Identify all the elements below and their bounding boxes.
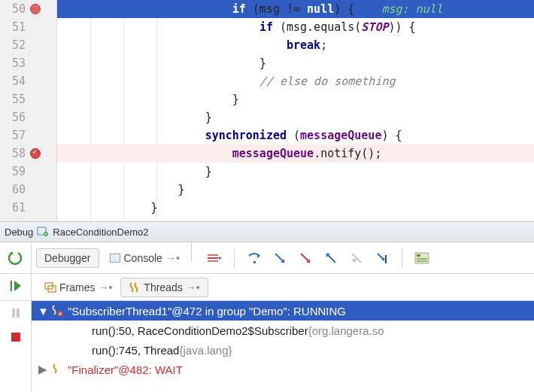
svg-rect-17 [12, 308, 15, 318]
drop-frame-button[interactable] [347, 249, 366, 267]
token-sym: ) { [334, 2, 381, 16]
code-line[interactable]: // else do something [57, 72, 534, 90]
gutter-row[interactable]: 54 [0, 72, 56, 90]
svg-rect-13 [417, 260, 427, 262]
token-sym: ; [320, 38, 327, 52]
code-line[interactable]: synchronized (messageQueue) { [57, 126, 534, 144]
pause-button[interactable] [7, 304, 25, 322]
stop-button[interactable] [7, 328, 25, 346]
step-over-button[interactable] [245, 249, 263, 267]
svg-rect-19 [11, 333, 20, 342]
thread-tree[interactable]: ▼ "SubscriberThread1"@472 in group "Demo… [32, 301, 534, 392]
resume-button[interactable] [7, 277, 25, 295]
threads-icon [129, 282, 141, 293]
debug-toolwindow-title: Debug RaceConditionDemo2 [0, 221, 534, 242]
code-area[interactable]: if (msg != null) { msg: null if (msg.equ… [57, 0, 534, 221]
line-number: 55 [5, 93, 26, 106]
step-into-button[interactable] [271, 249, 289, 267]
token-sym: } [232, 93, 239, 106]
tab-console[interactable]: Console →• [101, 248, 188, 268]
token-sym: (msg != [246, 2, 307, 16]
tab-console-label: Console [124, 252, 162, 264]
line-number: 53 [5, 56, 26, 70]
code-line[interactable]: } [57, 54, 534, 72]
token-comment: // else do something [259, 74, 396, 88]
show-execution-point-button[interactable] [205, 249, 223, 267]
gutter-row[interactable]: 50 [0, 0, 56, 18]
code-line[interactable]: messageQueue.notify(); [57, 144, 534, 163]
gutter-row[interactable]: 51 [0, 18, 56, 36]
step-actions [195, 242, 431, 273]
stack-frame[interactable]: run():745, Thread {java.lang} [32, 340, 534, 360]
svg-rect-7 [253, 261, 256, 263]
code-line[interactable]: } [57, 90, 534, 108]
breakpoint-icon[interactable] [30, 4, 41, 14]
breakpoint-icon[interactable] [30, 148, 41, 159]
tab-frames-label: Frames [59, 281, 95, 293]
token-ident: messageQueue [300, 129, 381, 142]
gutter-row[interactable]: 53 [0, 54, 56, 72]
gutter-row[interactable]: 58 [0, 144, 56, 163]
thread-running-icon [51, 305, 63, 317]
token-hint: msg: null [381, 2, 442, 16]
svg-rect-4 [208, 254, 218, 256]
token-ident: messageQueue [232, 147, 314, 160]
line-number: 59 [5, 165, 26, 178]
code-line[interactable]: } [57, 163, 534, 181]
line-number: 54 [5, 74, 26, 88]
svg-rect-9 [385, 255, 387, 263]
stack-frame[interactable]: run():50, RaceConditionDemo2$Subscriber … [32, 321, 534, 340]
gutter-row[interactable]: 59 [0, 163, 56, 181]
gutter-row[interactable]: 56 [0, 108, 56, 126]
tab-threads[interactable]: Threads →• [120, 278, 208, 297]
code-line[interactable]: } [57, 199, 534, 217]
editor-gutter[interactable]: 505152535455565758596061 [0, 0, 57, 221]
token-sym: } [259, 56, 266, 70]
thread-name: "SubscriberThread1"@472 in group "Demo":… [68, 305, 346, 318]
code-line[interactable]: } [57, 181, 534, 199]
frames-icon [44, 282, 56, 293]
svg-rect-5 [208, 257, 218, 259]
disclosure-triangle-closed[interactable]: ▶ [38, 363, 48, 376]
frame-method: run():50, RaceConditionDemo2$Subscriber [92, 324, 308, 337]
line-number: 51 [5, 20, 26, 34]
evaluate-expression-button[interactable] [413, 249, 431, 267]
debug-label: Debug [5, 226, 33, 238]
code-line[interactable]: if (msg != null) { msg: null [57, 0, 534, 18]
code-line[interactable]: break; [57, 36, 534, 54]
gutter-row[interactable]: 57 [0, 126, 56, 144]
disclosure-triangle-open[interactable]: ▼ [38, 305, 48, 318]
token-sym: } [150, 201, 157, 214]
gutter-row[interactable]: 55 [0, 90, 56, 108]
run-config-icon [36, 226, 50, 238]
token-sym: } [178, 183, 185, 196]
thread-row[interactable]: ▶ "Finalizer"@482: WAIT [32, 360, 534, 379]
token-kw: if [259, 20, 273, 34]
frames-threads-bar: Frames →• Threads →• [0, 274, 534, 301]
rerun-button[interactable] [0, 242, 32, 273]
tab-debugger[interactable]: Debugger [36, 248, 99, 268]
step-out-button[interactable] [322, 249, 340, 267]
tab-frames[interactable]: Frames →• [36, 278, 120, 297]
line-number: 50 [5, 2, 26, 16]
gutter-row[interactable]: 61 [0, 199, 56, 217]
svg-rect-8 [353, 259, 356, 262]
token-sym: )) { [388, 20, 415, 34]
line-number: 61 [5, 201, 26, 214]
thread-name: "Finalizer"@482: WAIT [68, 363, 183, 376]
code-editor[interactable]: 505152535455565758596061 if (msg != null… [0, 0, 534, 221]
frame-package: {java.lang} [179, 344, 232, 357]
gutter-row[interactable]: 60 [0, 181, 56, 199]
debugger-tabs: Debugger Console →• [32, 242, 188, 273]
token-sym: ) { [381, 129, 402, 142]
run-config-name: RaceConditionDemo2 [53, 226, 148, 238]
svg-rect-12 [417, 258, 427, 260]
force-step-into-button[interactable] [296, 249, 314, 267]
run-to-cursor-button[interactable] [373, 249, 391, 267]
gutter-row[interactable]: 52 [0, 36, 56, 54]
tab-debugger-label: Debugger [44, 252, 91, 264]
thread-row-selected[interactable]: ▼ "SubscriberThread1"@472 in group "Demo… [32, 301, 534, 321]
code-line[interactable]: if (msg.equals(STOP)) { [57, 18, 534, 36]
svg-rect-3 [111, 254, 120, 262]
code-line[interactable]: } [57, 108, 534, 126]
